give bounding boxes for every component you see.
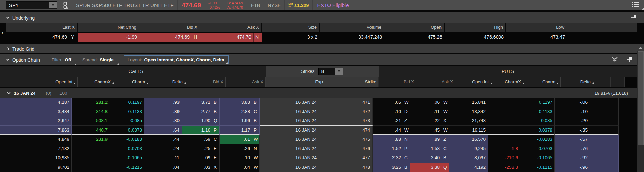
col-header-netchng[interactable]: Net Chng bbox=[78, 23, 139, 32]
link-icon[interactable] bbox=[62, 1, 68, 9]
put-ask[interactable]: .11W bbox=[410, 107, 449, 117]
put-pad-cell bbox=[590, 153, 604, 163]
symbol-value[interactable]: SPY bbox=[6, 3, 49, 8]
put-bid[interactable]: 1.52P bbox=[373, 144, 410, 154]
put-charmx bbox=[488, 98, 520, 107]
put-charmx-header[interactable]: CharmX bbox=[494, 77, 526, 87]
put-bid[interactable]: 3.25B bbox=[373, 163, 410, 172]
call-ask[interactable]: .10W bbox=[220, 153, 260, 163]
col-header-bid[interactable]: Bid X bbox=[139, 23, 200, 32]
chevron-down-icon[interactable] bbox=[6, 16, 10, 19]
call-bid[interactable]: 1.16P bbox=[182, 126, 220, 135]
strikes-dropdown-button[interactable] bbox=[335, 68, 343, 75]
call-bid-header[interactable]: Bid X bbox=[188, 77, 226, 87]
scroll-up-button[interactable] bbox=[637, 44, 644, 51]
trade-grid-section-header[interactable]: Trade Grid bbox=[0, 44, 644, 53]
put-ask[interactable]: .89Z bbox=[410, 135, 449, 144]
call-ask[interactable]: 3.83B bbox=[220, 98, 260, 107]
expiration-group-row[interactable]: 16 JAN 24 (0) 100 19.81% (±1.618) bbox=[0, 88, 644, 98]
collapse-all-icon[interactable] bbox=[612, 57, 618, 63]
col-header-low[interactable]: Low bbox=[506, 23, 567, 32]
option-chain-title[interactable]: Option Chain bbox=[12, 57, 40, 63]
call-bid[interactable]: .03X bbox=[182, 163, 220, 172]
call-bid[interactable]: .09E bbox=[182, 153, 220, 163]
underlying-popout-icon[interactable] bbox=[631, 15, 636, 20]
call-delta: .44 bbox=[144, 135, 182, 144]
call-bid[interactable]: 2.77B bbox=[182, 107, 220, 117]
put-bid[interactable]: .10D bbox=[373, 107, 410, 117]
symbol-dropdown-button[interactable] bbox=[49, 2, 57, 8]
put-delta-header[interactable]: Delta bbox=[561, 77, 596, 87]
menu-icon[interactable] bbox=[632, 2, 639, 7]
col-header-size[interactable]: Size bbox=[262, 23, 320, 32]
chevron-down-icon[interactable] bbox=[7, 91, 11, 94]
chevron-right-icon[interactable] bbox=[6, 47, 10, 51]
vertical-scrollbar[interactable] bbox=[637, 44, 644, 172]
put-bid[interactable]: 2.32C bbox=[373, 153, 410, 163]
exp-header[interactable]: Exp bbox=[266, 77, 325, 87]
triangle-down-icon bbox=[52, 4, 54, 6]
layout-button[interactable]: Layout: Open Interest, CharmX, Charm, De… bbox=[124, 55, 229, 64]
put-open-interest: 13,342 bbox=[449, 107, 488, 117]
put-openint-header[interactable]: Open.Int bbox=[455, 77, 494, 87]
put-bid[interactable]: .88N bbox=[373, 135, 410, 144]
call-bid[interactable]: .59C bbox=[182, 135, 220, 144]
call-charmx-header[interactable]: CharmX bbox=[78, 77, 116, 87]
put-bid[interactable]: .21Z bbox=[373, 116, 410, 126]
call-bid[interactable]: 3.71B bbox=[182, 98, 220, 107]
call-delta-header[interactable]: Delta bbox=[150, 77, 188, 87]
put-ask[interactable]: 1.58C bbox=[410, 144, 449, 154]
call-charm: -0.0183 bbox=[110, 135, 144, 144]
put-open-interest: 9,245 bbox=[449, 144, 488, 154]
strike-cell: 473 bbox=[319, 116, 373, 126]
underlying-row-chevron-icon[interactable]: › bbox=[2, 30, 3, 35]
call-ask[interactable]: 1.17P bbox=[220, 126, 260, 135]
call-ask[interactable]: 2.88C bbox=[220, 107, 260, 117]
call-charm-header[interactable]: Charm bbox=[116, 77, 150, 87]
call-openint-header[interactable]: Open.Int bbox=[26, 77, 78, 87]
scrollbar-thumb[interactable] bbox=[638, 51, 644, 145]
put-bid[interactable]: .44W bbox=[373, 126, 410, 135]
put-bid-header[interactable]: Bid X bbox=[379, 77, 416, 87]
strikes-dropdown[interactable]: 8 bbox=[318, 68, 343, 75]
put-charm-header[interactable]: Charm bbox=[526, 77, 561, 87]
put-ask[interactable]: 3.38Q bbox=[410, 163, 449, 172]
symbol-input[interactable]: SPY bbox=[6, 1, 57, 9]
col-header-volume[interactable]: Volume bbox=[320, 23, 384, 32]
call-bid[interactable]: .25E bbox=[182, 144, 220, 154]
option-chain-popout-icon[interactable] bbox=[627, 57, 632, 62]
call-ask[interactable]: 1.96B bbox=[220, 116, 260, 126]
put-charm: 0.085 bbox=[520, 116, 555, 126]
strike-cell: 474 bbox=[319, 126, 373, 135]
put-charmx bbox=[488, 107, 520, 117]
put-pad-cell bbox=[590, 163, 604, 172]
call-ask[interactable]: .26N bbox=[220, 144, 260, 154]
put-bid[interactable]: .05W bbox=[373, 98, 410, 107]
spread-button[interactable]: Spread: Single bbox=[77, 54, 119, 65]
strike-header[interactable]: Strike bbox=[325, 77, 379, 87]
put-ask[interactable]: .45W bbox=[410, 126, 449, 135]
option-chain-row: 7,182 -0.0703 .24 .25E .26N 16 JAN 24 47… bbox=[0, 144, 644, 154]
contract-multiplier: 100 bbox=[59, 91, 67, 96]
call-open-interest: 4,187 bbox=[20, 98, 72, 107]
divider bbox=[72, 0, 72, 10]
call-ask-header[interactable]: Ask X bbox=[226, 77, 266, 87]
put-ask-header[interactable]: Ask X bbox=[416, 77, 455, 87]
filter-button[interactable]: Filter: Off bbox=[46, 54, 77, 65]
col-header-high[interactable]: High bbox=[445, 23, 506, 32]
put-pad-cell bbox=[604, 144, 619, 154]
corner-mark bbox=[75, 63, 76, 65]
put-pad-cell bbox=[590, 135, 604, 144]
call-bid[interactable]: 1.90Q bbox=[182, 116, 220, 126]
call-ask[interactable]: .61W bbox=[220, 135, 260, 144]
chevron-down-icon[interactable] bbox=[6, 58, 10, 61]
put-ask[interactable]: .22X bbox=[410, 116, 449, 126]
underlying-section-header[interactable]: Underlying bbox=[0, 12, 644, 23]
put-ask[interactable]: .06W bbox=[410, 98, 449, 107]
col-header-open[interactable]: Open bbox=[384, 23, 445, 32]
call-ask[interactable]: .04W bbox=[220, 163, 260, 172]
put-ask[interactable]: 2.40B bbox=[410, 153, 449, 163]
col-header-ask[interactable]: Ask X bbox=[200, 23, 262, 32]
col-header-last[interactable]: Last X bbox=[6, 23, 78, 32]
market-maker-move: MM M ±1.229 bbox=[288, 3, 309, 8]
